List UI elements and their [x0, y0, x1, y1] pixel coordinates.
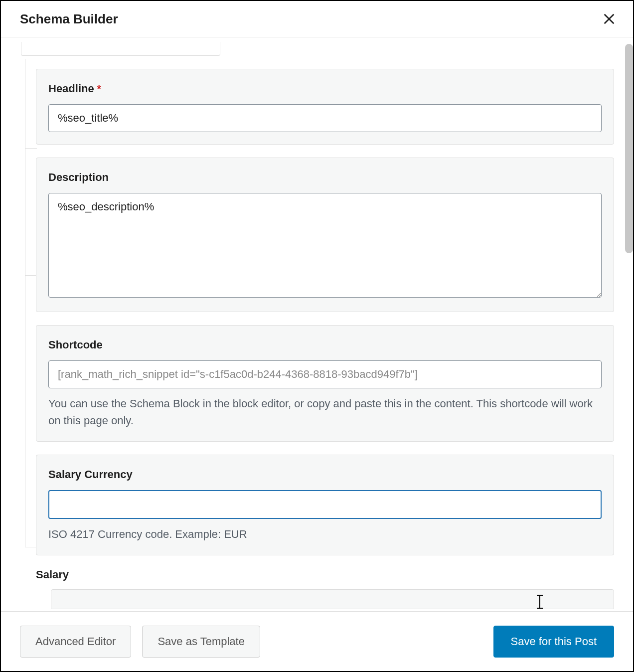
label-text: Description — [48, 171, 109, 184]
shortcode-helper: You can use the Schema Block in the bloc… — [48, 395, 602, 429]
field-label: Description — [48, 171, 602, 184]
label-text: Headline — [48, 82, 94, 95]
tree-connector — [25, 420, 37, 547]
advanced-editor-button[interactable]: Advanced Editor — [20, 626, 131, 658]
save-for-post-button[interactable]: Save for this Post — [493, 626, 614, 658]
headline-input[interactable] — [48, 104, 602, 132]
shortcode-input[interactable] — [48, 360, 602, 388]
field-description: Description — [36, 158, 614, 312]
field-label: Salary Currency — [48, 468, 602, 481]
tree-connector — [25, 276, 37, 420]
tree-connector — [25, 59, 37, 149]
scrollbar-thumb[interactable] — [625, 44, 633, 253]
field-shortcode: Shortcode You can use the Schema Block i… — [36, 325, 614, 442]
field-salary-partial — [51, 589, 614, 609]
tree-connector — [25, 149, 37, 276]
salary-currency-input[interactable] — [48, 490, 602, 519]
required-indicator: * — [97, 83, 101, 95]
modal-footer: Advanced Editor Save as Template Save fo… — [1, 611, 633, 671]
salary-heading: Salary — [36, 568, 614, 581]
form-scroll-area[interactable]: Headline * Description Shortcode You can… — [1, 42, 633, 611]
description-textarea[interactable] — [48, 193, 602, 298]
field-headline: Headline * — [36, 69, 614, 145]
modal-header: Schema Builder — [1, 1, 633, 37]
save-as-template-button[interactable]: Save as Template — [142, 626, 260, 658]
label-text: Salary Currency — [48, 468, 133, 481]
label-text: Shortcode — [48, 338, 103, 351]
salary-currency-helper: ISO 4217 Currency code. Example: EUR — [48, 526, 602, 543]
close-icon — [602, 12, 616, 26]
close-button[interactable] — [600, 10, 618, 28]
field-label: Shortcode — [48, 338, 602, 351]
field-label: Headline * — [48, 82, 602, 95]
field-salary-currency: Salary Currency ISO 4217 Currency code. … — [36, 455, 614, 555]
modal-title: Schema Builder — [20, 11, 118, 27]
partial-field-top — [21, 42, 220, 56]
